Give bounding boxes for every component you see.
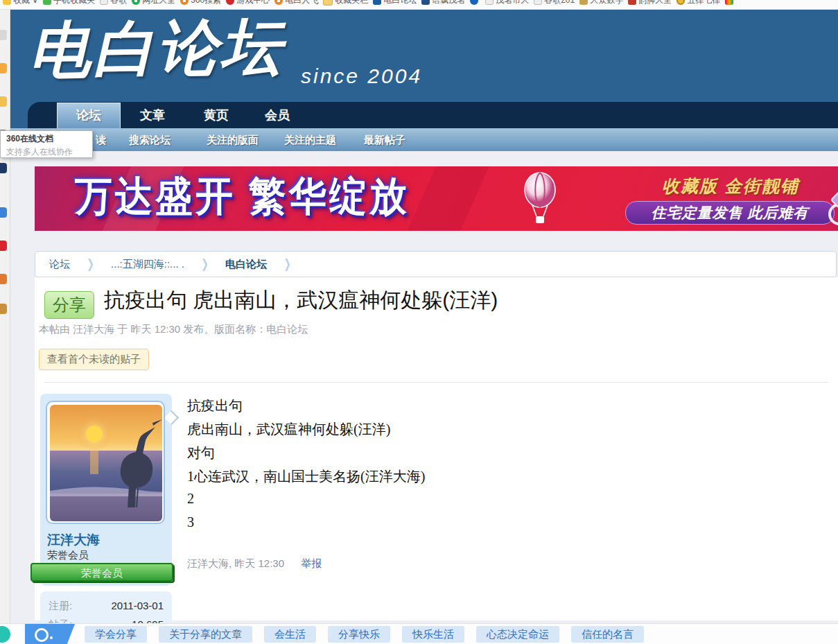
search-icon — [180, 0, 189, 5]
bookmark-item[interactable]: 收藏夹栏 — [323, 0, 368, 6]
bookmark-item[interactable]: 茂名市大 — [485, 0, 529, 6]
author-rank-badge[interactable]: 荣誉会员 — [30, 563, 173, 582]
tab-members[interactable]: 会员 — [256, 102, 298, 128]
thread-prefix-badge[interactable]: 分享 — [44, 291, 94, 319]
site-icon — [725, 0, 733, 5]
post-line: 对句 — [187, 444, 215, 462]
subnav-search-forum[interactable]: 搜索论坛 — [129, 128, 171, 151]
sidebar-app-icon[interactable] — [0, 63, 7, 73]
balloon-icon — [520, 172, 560, 226]
site-icon — [628, 0, 636, 5]
thread-title: 抗疫出句 虎出南山，武汉瘟神何处躲(汪洋) — [104, 286, 498, 315]
site-icon — [132, 0, 140, 5]
game-icon — [226, 0, 234, 5]
breadcrumb: 论坛 ❯ ...:五湖四海::... . ❯ 电白论坛 ❯ — [35, 251, 837, 277]
tab-articles[interactable]: 文章 — [132, 102, 173, 128]
stat-label-registered: 注册: — [49, 600, 72, 613]
folder-icon — [323, 0, 333, 6]
author-rank: 荣誉会员 — [47, 549, 89, 562]
page-icon — [534, 0, 542, 5]
subnav-watched-threads[interactable]: 关注的主题 — [284, 128, 336, 151]
sub-nav: 读 搜索论坛 关注的版面 关注的主题 最新帖子 — [10, 128, 838, 151]
site-logo[interactable]: 电白论坛 — [28, 6, 285, 92]
sidebar-app-icon[interactable] — [0, 274, 7, 284]
bookmark-item[interactable]: 语飘茂名 — [421, 0, 465, 6]
bookmark-item[interactable]: 电白人飞 — [274, 0, 318, 6]
site-tagline: since 2004 — [301, 64, 422, 88]
nav-corner-decoration — [10, 102, 55, 128]
chevron-right-icon: ❯ — [87, 256, 94, 272]
subnav-mark-read[interactable]: 读 — [96, 128, 106, 151]
post-footer: 汪洋大海, 昨天 12:30 举报 — [187, 557, 322, 571]
tooltip-subtitle: 支持多人在线协作 — [6, 146, 92, 158]
bottom-tab[interactable]: 快乐生活 — [402, 626, 464, 643]
banner-headline: 万达盛开 繁华绽放 — [75, 170, 410, 225]
bottom-tab[interactable]: 分享快乐 — [328, 626, 390, 643]
bookmark-item[interactable]: 谷歌 — [100, 0, 127, 6]
bookmark-item[interactable]: 收藏 ∨ — [3, 0, 38, 6]
browser-page: 收藏 ∨ 手机收藏夹 谷歌 网址大全 360搜索 游戏中心 电白人飞 收藏夹栏 … — [0, 0, 838, 644]
bookmark-item[interactable]: 五律七律 — [676, 0, 720, 6]
chevron-right-icon: ❯ — [283, 256, 291, 272]
bookmark-item[interactable] — [725, 0, 733, 5]
search-360-icon[interactable] — [25, 624, 75, 644]
post-line: 3 — [187, 514, 194, 530]
bottom-tab[interactable]: 会生活 — [264, 626, 316, 643]
divider — [44, 382, 828, 383]
site-icon — [274, 0, 283, 5]
bookmark-item[interactable] — [470, 0, 480, 5]
stat-value-registered: 2011-03-01 — [111, 600, 164, 613]
bookmark-item[interactable]: 360搜索 — [180, 0, 221, 6]
site-header: 电白论坛 since 2004 — [10, 9, 838, 102]
tab-forum[interactable]: 论坛 — [57, 103, 121, 128]
avatar[interactable] — [46, 401, 165, 524]
sidebar-app-icon[interactable] — [0, 163, 7, 173]
bottom-tab-bar: 学会分享 关于分享的文章 会生活 分享快乐 快乐生活 心态决定命运 信任的名言 — [0, 623, 838, 644]
ad-banner[interactable]: 万达盛开 繁华绽放 收藏版 金街靓铺 住宅定量发售 此后难有 — [35, 166, 838, 231]
forum-icon — [373, 0, 381, 5]
bottom-tab[interactable]: 关于分享的文章 — [159, 626, 252, 643]
bottom-tab[interactable]: 信任的名言 — [571, 626, 644, 643]
tab-yellowpages[interactable]: 黄页 — [195, 102, 237, 128]
page-icon — [100, 0, 108, 5]
banner-tag-top: 收藏版 金街靓铺 — [662, 175, 799, 198]
post-author-time: 汪洋大海, 昨天 12:30 — [187, 557, 284, 569]
star-icon — [3, 0, 11, 5]
bookmarks-bar: 收藏 ∨ 手机收藏夹 谷歌 网址大全 360搜索 游戏中心 电白人飞 收藏夹栏 … — [0, 0, 838, 10]
banner-streak — [402, 166, 491, 231]
bookmark-item[interactable]: 谷歌201 — [534, 0, 575, 6]
subnav-watched-forums[interactable]: 关注的版面 — [207, 128, 259, 151]
bookmark-item[interactable]: 手机收藏夹 — [43, 0, 95, 6]
globe-icon — [470, 0, 478, 5]
sidebar-app-icon[interactable] — [0, 30, 7, 40]
breadcrumb-forum[interactable]: 论坛 — [49, 258, 70, 271]
post-line: 2 — [187, 491, 194, 507]
breadcrumb-category[interactable]: ...:五湖四海::... . — [111, 258, 184, 271]
bookmark-item[interactable]: 电白论坛 — [373, 0, 417, 6]
site-icon — [421, 0, 430, 5]
bottom-tab[interactable]: 心态决定命运 — [476, 626, 559, 643]
report-link[interactable]: 举报 — [301, 557, 322, 569]
bookmark-item[interactable]: 游戏中心 — [226, 0, 270, 6]
bookmark-item[interactable]: 大众数字 — [579, 0, 623, 6]
subnav-latest-posts[interactable]: 最新帖子 — [364, 128, 405, 151]
tooltip-title: 360在线文档 — [6, 133, 92, 145]
banner-tag-bottom: 住宅定量发售 此后难有 — [625, 201, 835, 225]
sidebar-app-icon[interactable] — [0, 207, 7, 218]
chevron-right-icon: ❯ — [201, 256, 209, 272]
sidebar-app-icon[interactable] — [0, 304, 7, 314]
bookmark-item[interactable]: 韵脚大全 — [628, 0, 672, 6]
bookmark-item[interactable]: 网址大全 — [132, 0, 175, 6]
breadcrumb-current[interactable]: 电白论坛 — [225, 258, 267, 271]
post-line: 抗疫出句 — [187, 397, 243, 415]
page-icon — [485, 0, 494, 5]
view-first-unread-button[interactable]: 查看首个未读的贴子 — [39, 349, 149, 370]
sidebar-app-icon[interactable] — [0, 241, 7, 251]
sidebar-app-icon[interactable] — [0, 96, 7, 107]
bottom-tab[interactable]: 学会分享 — [85, 626, 147, 643]
post-line: 1心连武汉，南山国士美名扬(汪洋大海) — [187, 467, 425, 486]
ring-icon — [676, 0, 685, 5]
author-username[interactable]: 汪洋大海 — [47, 531, 100, 549]
browser-badge-icon[interactable] — [0, 626, 10, 643]
tooltip-360-docs: 360在线文档 支持多人在线协作 — [0, 130, 93, 158]
